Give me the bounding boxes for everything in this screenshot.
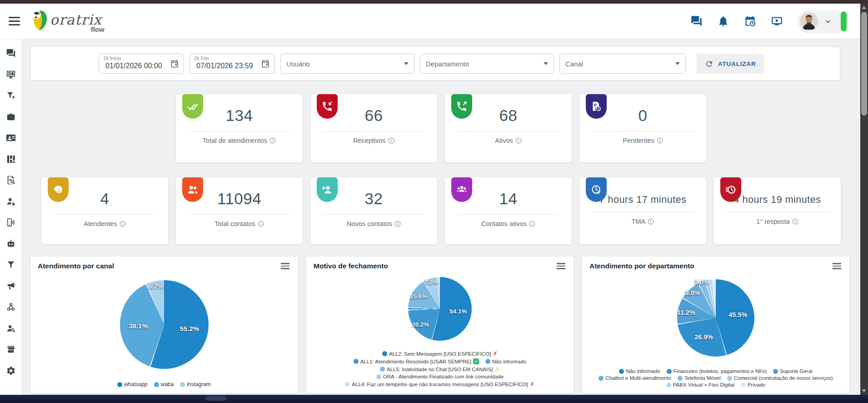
sidebar-item-settings-gear-icon[interactable] bbox=[1, 360, 21, 382]
chart-card-motivo-de-fechamento: Motivo de fechamento 54.1%20.2%15.6%7.3%… bbox=[306, 257, 574, 393]
info-icon[interactable] bbox=[529, 221, 535, 227]
info-icon[interactable] bbox=[394, 221, 401, 227]
sidebar-item-kanban-icon[interactable] bbox=[1, 149, 21, 170]
legend-item[interactable]: whatsapp bbox=[117, 381, 147, 388]
user-lock-icon bbox=[6, 196, 16, 207]
legend-item[interactable]: ORA - Atendimento Finalizado com link co… bbox=[376, 374, 504, 379]
sidebar-item-user-search-icon[interactable] bbox=[1, 318, 21, 339]
window-top-strip bbox=[0, 0, 868, 4]
pie-chart[interactable]: 45.5%26.9%11.2%9.0%3.0% bbox=[677, 279, 754, 357]
calendar-icon[interactable] bbox=[261, 59, 270, 68]
legend-label: ORA - Atendimento Finalizado com link co… bbox=[383, 374, 504, 379]
sidebar-item-user-lock-icon[interactable] bbox=[1, 191, 21, 212]
bottom-bar bbox=[0, 395, 868, 403]
info-icon[interactable] bbox=[120, 221, 126, 227]
legend-item[interactable]: ALL4: Faz um tempinho que não trocamos m… bbox=[345, 381, 534, 388]
vertical-scrollbar[interactable] bbox=[860, 4, 868, 395]
stat-label: Contatos ativos bbox=[481, 220, 527, 227]
divider bbox=[188, 131, 290, 131]
sidebar-item-bot-icon[interactable] bbox=[1, 233, 21, 255]
legend-item[interactable]: instagram bbox=[180, 381, 211, 388]
channel-select[interactable]: Canal bbox=[559, 54, 686, 74]
video-tutorials-icon[interactable] bbox=[769, 13, 785, 29]
sidebar-item-campaign-megaphone-icon[interactable] bbox=[1, 276, 21, 297]
legend-item[interactable]: PABX Virtual + Fixo Digital bbox=[666, 382, 734, 388]
legend-item[interactable]: ALL2: Sem Mensagem [USO ESPECÍFICO]✗ bbox=[382, 350, 498, 357]
stat-card: 134Total de atendimentos bbox=[176, 94, 303, 162]
sidebar-item-contact-card-icon[interactable] bbox=[1, 127, 21, 149]
person-add-icon bbox=[317, 177, 338, 202]
legend-label: Comercial (contratação de novos serviços… bbox=[734, 375, 833, 381]
legend-dot bbox=[382, 351, 387, 356]
divider bbox=[457, 214, 559, 215]
date-end-field[interactable]: Dt Fim bbox=[190, 54, 275, 74]
sidebar-item-filter-add-icon[interactable] bbox=[1, 85, 21, 106]
scroll-down-arrow[interactable] bbox=[862, 389, 866, 393]
sidebar-item-chat-icon[interactable] bbox=[1, 43, 21, 64]
info-icon[interactable] bbox=[792, 218, 798, 225]
sidebar-item-document-search-icon[interactable] bbox=[1, 170, 21, 191]
legend-item[interactable]: Comercial (contratação de novos serviços… bbox=[727, 375, 833, 381]
legend-dot bbox=[354, 359, 359, 364]
legend-item[interactable]: Privado bbox=[741, 382, 765, 388]
pie-percent-label: 3.0% bbox=[694, 278, 709, 286]
menu-hamburger-icon[interactable] bbox=[4, 11, 25, 32]
legend-item[interactable]: Financeiro (boletos, pagamentos e NFs) bbox=[667, 368, 767, 374]
chat-icon[interactable] bbox=[688, 13, 704, 29]
pie-chart[interactable]: 54.1%20.2%15.6%7.3% bbox=[408, 277, 472, 341]
sidebar-item-integrations-icon[interactable] bbox=[1, 297, 21, 318]
date-start-field[interactable]: Dt Início bbox=[99, 54, 184, 74]
legend-label: Não informado bbox=[626, 368, 660, 374]
refresh-button[interactable]: ATUALIZAR bbox=[697, 54, 764, 74]
horizontal-scrollbar-thumb[interactable] bbox=[205, 396, 226, 401]
chart-title: Atendimento por departamento bbox=[589, 262, 694, 270]
calendar-clock-icon[interactable] bbox=[742, 13, 758, 29]
parrot-logo-icon bbox=[30, 9, 49, 32]
pie-chart[interactable]: 55.2%38.1%6.7% bbox=[120, 280, 209, 369]
chart-menu-icon[interactable] bbox=[280, 262, 290, 270]
oratrix-logo[interactable]: oratrix flow bbox=[30, 9, 102, 34]
scrollbar-thumb[interactable] bbox=[861, 12, 867, 116]
legend-dot bbox=[667, 369, 672, 374]
legend-item[interactable]: ALL5: Inatividade no Chat [USO EM CANAIS… bbox=[380, 366, 500, 373]
chart-menu-icon[interactable] bbox=[832, 262, 842, 270]
legend-item[interactable]: Suporte Geral bbox=[773, 368, 813, 374]
chart-legend: Não informadoFinanceiro (boletos, pagame… bbox=[589, 368, 842, 388]
legend-label: ALL5: Inatividade no Chat [USO EM CANAIS… bbox=[387, 367, 493, 372]
department-select[interactable]: Departamento bbox=[420, 54, 554, 74]
sidebar-item-store-icon[interactable] bbox=[1, 339, 21, 360]
filter-icon bbox=[6, 260, 16, 270]
legend-item[interactable]: waba bbox=[154, 381, 174, 388]
info-icon[interactable] bbox=[388, 137, 394, 144]
info-icon[interactable] bbox=[648, 218, 654, 225]
legend-item[interactable]: Não informado bbox=[485, 359, 526, 364]
legend-item[interactable]: ALL1: Atendimento Resolvido [USAR SEMPRE… bbox=[354, 358, 479, 364]
info-icon[interactable] bbox=[269, 137, 276, 144]
stat-label: Novos contatos bbox=[347, 220, 392, 227]
legend-dot bbox=[599, 376, 604, 381]
chart-menu-icon[interactable] bbox=[556, 262, 566, 270]
legend-item[interactable]: Telefonia Móvel bbox=[678, 375, 721, 381]
info-icon[interactable] bbox=[258, 221, 264, 227]
legend-label: PABX Virtual + Fixo Digital bbox=[673, 382, 734, 388]
stat-label: TMA bbox=[632, 218, 646, 225]
notifications-bell-icon[interactable] bbox=[715, 13, 731, 29]
sidebar-item-filter-icon[interactable] bbox=[1, 254, 21, 276]
legend-label: ALL4: Faz um tempinho que não trocamos m… bbox=[352, 382, 528, 387]
legend-label: instagram bbox=[187, 381, 211, 388]
calendar-icon[interactable] bbox=[170, 59, 179, 68]
sidebar-item-briefcase-icon[interactable] bbox=[1, 106, 21, 128]
info-icon[interactable] bbox=[515, 137, 522, 144]
sidebar-item-phone-broadcast-icon[interactable] bbox=[1, 212, 21, 233]
sidebar-item-dashboard-monitor-icon[interactable] bbox=[1, 64, 21, 86]
stat-label: Receptivos bbox=[353, 137, 386, 144]
user-menu[interactable] bbox=[798, 10, 847, 32]
user-select[interactable]: Usuário bbox=[280, 54, 414, 74]
legend-dot bbox=[666, 383, 671, 388]
legend-item[interactable]: Não informado bbox=[619, 368, 660, 374]
filter-bar: Dt Início Dt Fim Usuário Departamento Ca… bbox=[31, 47, 840, 80]
scroll-up-arrow[interactable] bbox=[862, 6, 866, 9]
date-start-label: Dt Início bbox=[104, 55, 121, 61]
legend-item[interactable]: Chatbot e Multi-atendimento bbox=[599, 375, 671, 381]
info-icon[interactable] bbox=[657, 137, 663, 144]
